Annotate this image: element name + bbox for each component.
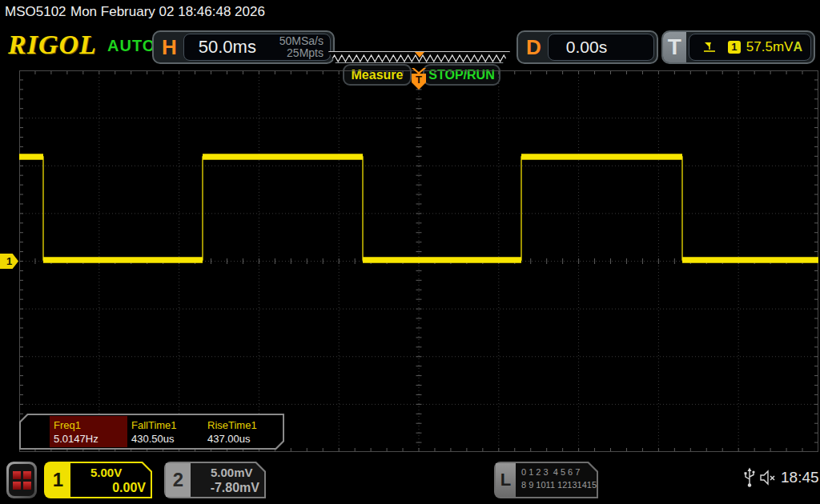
channel1-status-block[interactable]: 1 5.00V 0.00V: [44, 462, 152, 498]
trigger-recess: 1 57.5mV A: [689, 34, 811, 61]
waveform-display-area[interactable]: [19, 70, 818, 452]
channel1-offset: 0.00V: [75, 481, 146, 495]
trigger-source-badge: 1: [728, 41, 741, 54]
title-bar: MSO5102 Mon February 02 18:46:48 2026: [0, 0, 820, 22]
measurement-value: 5.0147Hz: [54, 433, 98, 445]
digital-label: L: [496, 463, 516, 497]
bottom-status-bar: 1 5.00V 0.00V 2 5.00mV -7.80mV L: [0, 460, 820, 504]
sample-rate: 50MSa/s: [279, 35, 324, 47]
measurement-label: FallTime1: [131, 419, 177, 431]
header-bar: RIGOL AUTO H 50.0ms 50MSa/s 25Mpts Measu…: [0, 22, 820, 69]
acquisition-mode-indicator: AUTO: [107, 37, 155, 55]
timebase-value: 50.0ms: [184, 37, 256, 58]
system-datetime: Mon February 02 18:46:48 2026: [70, 4, 265, 20]
trigger-label: T: [663, 32, 686, 62]
channel2-scale: 5.00mV: [211, 466, 253, 479]
digital-channels-block[interactable]: L 0 1 2 3 4 5 6 7 8 9 1011 12131415: [494, 462, 598, 498]
clock: 18:45: [781, 469, 819, 486]
measurement-value: 430.50us: [131, 433, 175, 445]
sample-rate-block: 50MSa/s 25Mpts: [279, 35, 330, 58]
speaker-muted-icon: [758, 469, 778, 486]
trigger-level-value: 57.5mV: [746, 39, 794, 55]
channel2-number: 2: [166, 463, 191, 497]
delay-panel[interactable]: D 0.00s: [517, 30, 658, 64]
trigger-position-triangle-inner: [414, 68, 424, 72]
digital-channel-list: 0 1 2 3 4 5 6 7 8 9 1011 12131415: [516, 463, 597, 497]
graticule-and-trace: [19, 70, 818, 452]
horizontal-label: H: [154, 35, 183, 60]
memory-depth: 25Mpts: [279, 47, 324, 59]
measurement-panel-body: Freq1 5.0147Hz FallTime1 430.50us RiseTi…: [21, 415, 283, 448]
horizontal-recess: 50.0ms 50MSa/s 25Mpts: [183, 34, 331, 61]
channel2-status-block[interactable]: 2 5.00mV -7.80mV: [164, 462, 266, 498]
trigger-t-badge: T: [412, 74, 426, 90]
delay-label: D: [518, 35, 548, 60]
measurement-label: Freq1: [54, 419, 81, 431]
channel1-ground-marker[interactable]: 1: [0, 254, 18, 269]
usb-icon: [743, 467, 756, 488]
preview-trigger-position-icon: [415, 52, 424, 58]
display-menu-icon[interactable]: [6, 462, 37, 498]
trigger-panel[interactable]: T 1 57.5mV A: [661, 30, 815, 64]
model-name: MSO5102: [5, 4, 66, 20]
delay-recess: 0.00s: [548, 34, 654, 61]
digital-row-0-7: 0 1 2 3 4 5 6 7: [521, 466, 597, 479]
trigger-sweep-mode: A: [793, 40, 810, 54]
waveform-preview-strip[interactable]: [328, 51, 510, 63]
horizontal-panel[interactable]: H 50.0ms 50MSa/s 25Mpts: [152, 30, 335, 64]
delay-value: 0.00s: [549, 38, 607, 57]
trigger-falling-edge-icon: [702, 41, 717, 54]
measurement-value: 437.00us: [207, 433, 251, 445]
measurement-label: RiseTime1: [207, 419, 257, 431]
rigol-logo: RIGOL: [8, 30, 97, 60]
channel1-number: 1: [46, 463, 70, 497]
channel1-scale: 5.00V: [90, 466, 122, 479]
trigger-position-marker[interactable]: T: [410, 68, 428, 90]
display-menu-grid-icon: [9, 464, 34, 496]
measurement-panel: Freq1 5.0147Hz FallTime1 430.50us RiseTi…: [19, 414, 284, 450]
digital-row-8-15: 8 9 1011 12131415: [521, 479, 597, 492]
channel2-offset: -7.80mV: [195, 481, 259, 495]
